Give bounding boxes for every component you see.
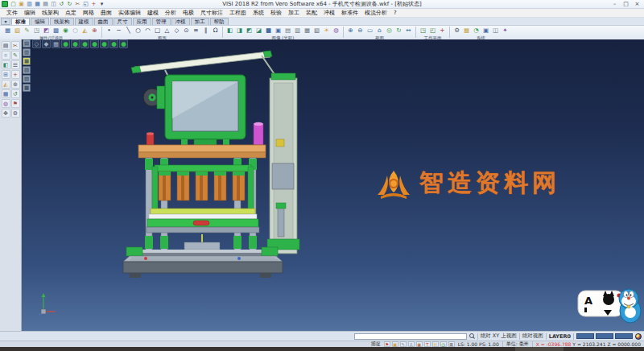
menu-standard-parts[interactable]: 标准件	[338, 9, 361, 17]
command-search-input[interactable]	[354, 333, 467, 340]
toggle-entities-icon[interactable]: ▤	[23, 39, 31, 47]
maximize-button[interactable]: □	[621, 1, 631, 8]
horizontal-status-icon[interactable]: H	[432, 341, 439, 347]
trim-icon[interactable]: ✂	[11, 41, 20, 50]
top-view-icon[interactable]: ●	[80, 39, 89, 48]
session-icon[interactable]: ◔	[472, 27, 481, 35]
menu-verify[interactable]: 校验	[267, 9, 285, 17]
layer-filter-icon[interactable]: ▦	[3, 27, 12, 35]
open-folder-icon[interactable]: ▣	[18, 1, 25, 8]
menu-assembly[interactable]: 装配	[303, 9, 320, 17]
tab-application[interactable]: 应用	[133, 18, 151, 25]
menu-system[interactable]: 系统	[250, 9, 267, 17]
copy-attributes-icon[interactable]: ◳	[32, 27, 41, 35]
tab-edit[interactable]: 编辑	[31, 18, 49, 25]
menu-point[interactable]: 点定	[62, 9, 80, 17]
select-all-icon[interactable]: ▩	[52, 27, 60, 35]
material-icon[interactable]: ◍	[332, 27, 341, 35]
shade-corner-icon[interactable]: ◩	[245, 27, 254, 35]
transport-status-icon[interactable]: ◉	[416, 341, 423, 347]
pencil-status-icon[interactable]: ✎	[400, 341, 407, 347]
layer-slot-2[interactable]	[596, 333, 613, 339]
toggle-solids-icon[interactable]: ▦	[23, 57, 31, 65]
gear-icon[interactable]: ⚙	[11, 109, 20, 118]
menu-file[interactable]: 文件	[3, 9, 21, 17]
view-shaded-icon[interactable]: ◇	[32, 39, 41, 48]
render-icon[interactable]: ◍	[2, 99, 10, 108]
rectangle-icon[interactable]: □	[153, 27, 162, 35]
front-view-icon[interactable]: ●	[71, 39, 80, 48]
rotate-view-icon[interactable]: ◎	[385, 27, 394, 35]
sketch-icon[interactable]: ✎	[11, 51, 20, 60]
3d-model-inspection-machine[interactable]	[110, 44, 312, 286]
hatch-icon[interactable]: ▧	[312, 27, 321, 35]
copy-icon[interactable]: ◱	[82, 1, 89, 8]
tab-die[interactable]: 冲模	[171, 18, 190, 25]
tab-dimension[interactable]: 尺寸	[114, 18, 132, 25]
menu-moldflow[interactable]: 模流分析	[361, 9, 390, 17]
tab-machining[interactable]: 加工	[191, 18, 209, 25]
zoom-out-icon[interactable]: ⊖	[356, 27, 365, 35]
list-icon[interactable]: ☰	[11, 60, 20, 69]
active-layer-label[interactable]: LAYER0	[549, 333, 571, 340]
clock-status-icon[interactable]: ◷	[440, 341, 447, 347]
grid-icon[interactable]: ⊞	[2, 70, 10, 79]
undo-icon[interactable]: ↺	[58, 1, 65, 8]
type-filter-icon[interactable]: ◩	[42, 27, 51, 35]
tangent-status-icon[interactable]: T	[424, 341, 431, 347]
pan-view-icon[interactable]: ↔	[404, 27, 413, 35]
new-file-icon[interactable]: ▢	[10, 1, 17, 8]
select-icon[interactable]: ▤	[2, 41, 10, 50]
toggle-surfaces-icon[interactable]: ▥	[23, 48, 31, 56]
layer-off-icon[interactable]: ○	[71, 27, 80, 35]
shade-left-icon[interactable]: ◧	[225, 27, 234, 35]
shade-corner2-icon[interactable]: ◪	[254, 27, 263, 35]
dimension-icon[interactable]: ⌗	[2, 51, 10, 60]
section-icon[interactable]: ▥	[293, 27, 302, 35]
tab-standard[interactable]: 标准	[11, 18, 30, 25]
flag-status-icon[interactable]: ⚑	[384, 341, 390, 347]
menu-help[interactable]: ?	[390, 10, 400, 16]
tab-dropdown-button[interactable]: ▾	[1, 18, 10, 25]
cut-icon[interactable]: ✂	[74, 1, 81, 8]
polygon-icon[interactable]: ◇	[172, 27, 181, 35]
menu-edit[interactable]: 编辑	[21, 9, 39, 17]
zoom-window-icon[interactable]: ▭	[365, 27, 374, 35]
menu-surface[interactable]: 曲面	[97, 9, 115, 17]
menu-die[interactable]: 冲模	[320, 9, 338, 17]
3d-viewport[interactable]: ▤▥▦▧▨▩ ◇◆▦●●●●●●●	[22, 39, 644, 331]
menu-wireframe[interactable]: 线架构	[39, 9, 62, 17]
menu-mesh[interactable]: 网格	[80, 9, 97, 17]
close-button[interactable]: ×	[632, 1, 642, 8]
menu-drawing[interactable]: 工程图	[226, 9, 250, 17]
color-filter-icon[interactable]: ▧	[13, 27, 22, 35]
back-view-icon[interactable]: ●	[100, 39, 109, 48]
toggle-wireframe-icon[interactable]: ▧	[23, 66, 31, 74]
coordinate-mode-label[interactable]: 绝对视图	[522, 332, 543, 340]
add-entity-icon[interactable]: +	[11, 70, 20, 79]
menu-modeling[interactable]: 建模	[144, 9, 162, 17]
window-icon[interactable]: ◫	[491, 27, 500, 35]
tab-wireframe[interactable]: 线架构	[50, 18, 74, 25]
undo-step-icon[interactable]: ↺	[11, 89, 20, 98]
minimize-button[interactable]: –	[609, 1, 620, 8]
line-icon[interactable]: ─	[114, 27, 123, 35]
save-icon[interactable]: ▥	[26, 1, 33, 8]
layer-slot-3[interactable]	[615, 333, 633, 339]
move-icon[interactable]: ✥	[2, 109, 10, 118]
tab-help[interactable]: 帮助	[210, 18, 229, 25]
zoom-all-icon[interactable]: ⌂	[375, 27, 384, 35]
tab-manage[interactable]: 管理	[152, 18, 171, 25]
workplane-origin-icon[interactable]: +	[438, 27, 447, 35]
redo-icon[interactable]: ↻	[66, 1, 73, 8]
save-all-icon[interactable]: ▦	[34, 1, 41, 8]
solid-shade-icon[interactable]: ■	[264, 27, 273, 35]
crosshair-status-icon[interactable]: ⊞	[448, 341, 455, 347]
shade-icon[interactable]: ◧	[2, 60, 10, 69]
menu-machining[interactable]: 加工	[285, 9, 303, 17]
diagonal-line-icon[interactable]: ╲	[124, 27, 133, 35]
tab-surface[interactable]: 曲面	[94, 18, 113, 25]
zoom-in-icon[interactable]: ⊕	[346, 27, 355, 35]
concentric-icon[interactable]: ⊙	[182, 27, 191, 35]
folder-status-icon[interactable]: ▣	[392, 341, 398, 347]
